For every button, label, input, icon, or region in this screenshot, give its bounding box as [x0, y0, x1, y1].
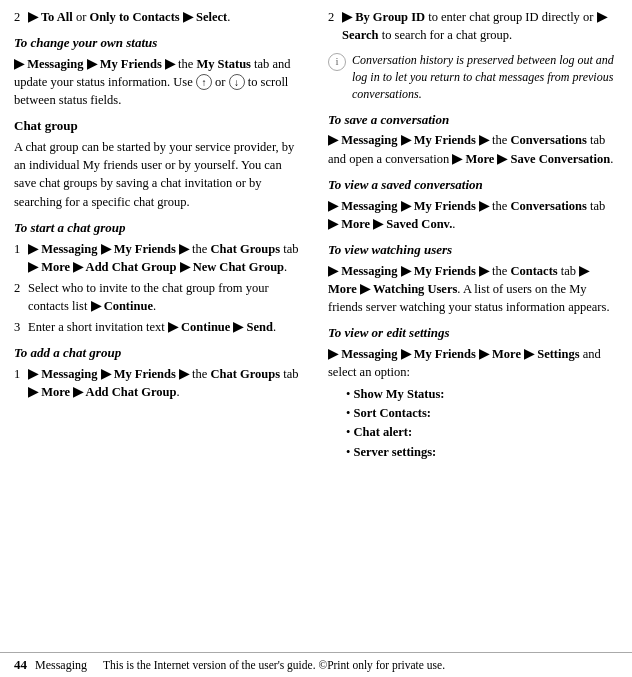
- page-number: 44: [14, 657, 27, 673]
- list-item: Sort Contacts:: [344, 404, 618, 422]
- view-saved-title: To view a saved conversation: [328, 176, 618, 195]
- step-number: 2: [14, 279, 28, 315]
- save-conv-body: ▶ Messaging ▶ My Friends ▶ the Conversat…: [328, 131, 618, 167]
- right-item-2: 2 ▶ By Group ID to enter chat group ID d…: [328, 8, 618, 44]
- add-chat-title: To add a chat group: [14, 344, 304, 363]
- intro-item-2: 2 ▶ To All or Only to Contacts ▶ Select.: [14, 8, 304, 26]
- step-number: 3: [14, 318, 28, 336]
- left-column: 2 ▶ To All or Only to Contacts ▶ Select.…: [0, 8, 316, 648]
- bold-text: ▶ To All: [28, 10, 73, 24]
- list-item: Server settings:: [344, 443, 618, 461]
- settings-title: To view or edit settings: [328, 324, 618, 343]
- step-content: ▶ Messaging ▶ My Friends ▶ the Chat Grou…: [28, 240, 304, 276]
- view-saved-body: ▶ Messaging ▶ My Friends ▶ the Conversat…: [328, 197, 618, 233]
- start-chat-title: To start a chat group: [14, 219, 304, 238]
- step-number: 1: [14, 365, 28, 401]
- change-status-title: To change your own status: [14, 34, 304, 53]
- watch-users-title: To view watching users: [328, 241, 618, 260]
- start-step-2: 2 Select who to invite to the chat group…: [14, 279, 304, 315]
- bold-text: ▶ Select: [183, 10, 227, 24]
- settings-body: ▶ Messaging ▶ My Friends ▶ More ▶ Settin…: [328, 345, 618, 381]
- content-area: 2 ▶ To All or Only to Contacts ▶ Select.…: [0, 8, 632, 648]
- step-content: Enter a short invitation text ▶ Continue…: [28, 318, 304, 336]
- info-text-content: Conversation history is preserved betwee…: [352, 52, 618, 102]
- start-step-1: 1 ▶ Messaging ▶ My Friends ▶ the Chat Gr…: [14, 240, 304, 276]
- watch-users-body: ▶ Messaging ▶ My Friends ▶ the Contacts …: [328, 262, 618, 316]
- info-box: i Conversation history is preserved betw…: [328, 52, 618, 102]
- step-content: ▶ To All or Only to Contacts ▶ Select.: [28, 8, 304, 26]
- list-item: Chat alert:: [344, 423, 618, 441]
- info-icon: i: [328, 53, 346, 71]
- change-status-body: ▶ Messaging ▶ My Friends ▶ the My Status…: [14, 55, 304, 109]
- list-item: Show My Status:: [344, 385, 618, 403]
- add-step-1: 1 ▶ Messaging ▶ My Friends ▶ the Chat Gr…: [14, 365, 304, 401]
- step-content: ▶ By Group ID to enter chat group ID dir…: [342, 8, 618, 44]
- footer-note: This is the Internet version of the user…: [103, 659, 445, 671]
- step-content: ▶ Messaging ▶ My Friends ▶ the Chat Grou…: [28, 365, 304, 401]
- right-column: 2 ▶ By Group ID to enter chat group ID d…: [316, 8, 632, 648]
- save-conv-title: To save a conversation: [328, 111, 618, 130]
- step-number: 2: [14, 8, 28, 26]
- bold-text: Only to Contacts: [89, 10, 179, 24]
- footer: 44 Messaging This is the Internet versio…: [0, 652, 632, 677]
- page: 2 ▶ To All or Only to Contacts ▶ Select.…: [0, 0, 632, 677]
- settings-list: Show My Status: Sort Contacts: Chat aler…: [328, 385, 618, 461]
- start-step-3: 3 Enter a short invitation text ▶ Contin…: [14, 318, 304, 336]
- chat-group-body: A chat group can be started by your serv…: [14, 138, 304, 211]
- step-number: 2: [328, 8, 342, 44]
- step-number: 1: [14, 240, 28, 276]
- step-content: Select who to invite to the chat group f…: [28, 279, 304, 315]
- chat-group-title: Chat group: [14, 117, 304, 136]
- footer-section: Messaging: [35, 658, 87, 673]
